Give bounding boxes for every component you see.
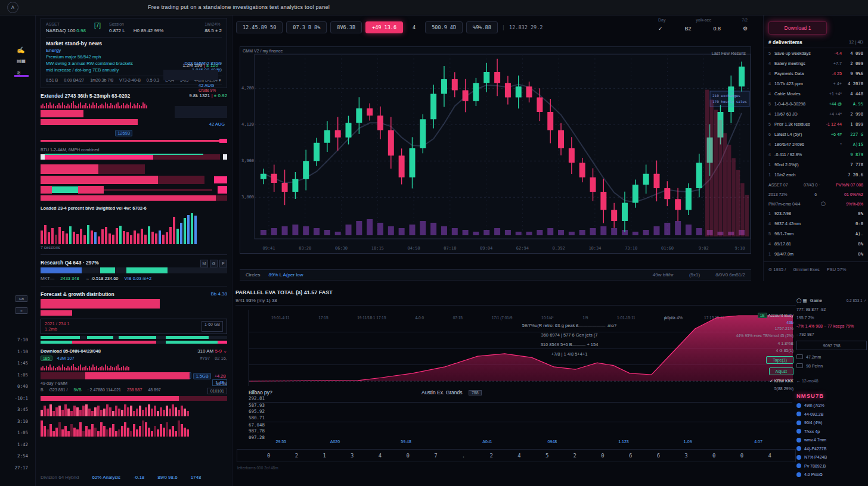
blue-dot-icon	[796, 403, 801, 408]
watchlist-row[interactable]: 5Save-up weekdays-4.44 098	[764, 48, 868, 58]
pink-row-mid: 6	[814, 192, 817, 197]
row-box[interactable]: 010101	[207, 388, 227, 394]
row-name: 90nd 2.0%(i)	[774, 162, 818, 167]
list-item[interactable]: 7/xxx 4p	[796, 429, 867, 434]
back-link[interactable]: ← 12-mo48	[796, 379, 867, 383]
toolbar-button[interactable]: %9%.88	[466, 21, 498, 33]
stats-icon[interactable]: ▤▦	[17, 58, 26, 64]
list-item[interactable]: 44)-P4227B	[796, 446, 867, 451]
watchlist-row[interactable]: 4Eatery meetings+7.72 009	[764, 58, 868, 68]
panel-icon[interactable]: GB	[16, 295, 27, 302]
list-item[interactable]: 44-092.2B	[796, 412, 867, 416]
spark-bar	[42, 104, 44, 108]
watchlist-row[interactable]: 6Latest L4 (5yr)+6 4#227 G	[764, 129, 868, 139]
news-row[interactable]: Premium major 56/542 mph	[46, 54, 222, 60]
watchlist-tail-row[interactable]: 1923.7/980%	[764, 208, 868, 219]
watchlist-row[interactable]: 51-0-4-5-0-30298+44 @A.95	[764, 99, 868, 109]
svg-text:3,960: 3,960	[241, 158, 254, 163]
footer-item[interactable]: Division 64 Hybrid	[41, 475, 79, 480]
footer-link[interactable]: 89% L A(per low	[268, 272, 303, 278]
spark-label: 29.55	[276, 440, 287, 444]
blue-dot-icon	[796, 455, 801, 460]
list-item[interactable]: 4.0 Pxxx5	[796, 472, 867, 477]
watchlist-row[interactable]: 410/67 63 JD+4 +4*2 998	[764, 109, 868, 119]
toolbar-button[interactable]: 8V6.3B	[330, 21, 362, 33]
chart-bar	[169, 227, 172, 244]
list-item-label: 90/4 (4%)	[804, 420, 822, 425]
watchlist-pink-row[interactable]: PM/7m-emo 04/4◯9%%-8%	[764, 199, 868, 208]
watchlist-row[interactable]: 5Prior 1.3k residues-1 12 441 899	[764, 119, 868, 129]
list-item[interactable]: Pv 78892.B	[796, 463, 867, 468]
chart-bar	[118, 409, 120, 416]
watchlist-row[interactable]: 4Cable Movies+1 +4*4 448	[764, 89, 868, 99]
footer-item[interactable]: Gimmel Exes	[793, 267, 820, 272]
chart-bar	[154, 426, 156, 437]
toolbar-button[interactable]: 4	[407, 22, 421, 33]
icon-f[interactable]: F	[219, 260, 227, 267]
slider-left-handle[interactable]	[41, 154, 45, 160]
grid-icon[interactable]: ⌗	[16, 307, 27, 314]
toolbar-button[interactable]: 07.3 B 8%	[286, 21, 327, 33]
scribble-icon[interactable]: ✍	[17, 46, 25, 54]
news-link[interactable]: Energy	[46, 48, 222, 53]
watchlist-pink-row[interactable]: 2013 72%601 0%/%2	[764, 189, 868, 199]
footer-item[interactable]: PSU 57%	[827, 267, 847, 272]
watchlist-tail-row[interactable]: 598/1-7mmA).	[764, 229, 868, 239]
icon-g[interactable]: G	[210, 260, 218, 267]
watchlist-row[interactable]: 4Payments Data-4 259 9%6	[764, 68, 868, 79]
slider-right-handle[interactable]	[223, 154, 227, 160]
list-item[interactable]: 49m (7/2%	[796, 403, 867, 408]
circle-grid-icons[interactable]: ◯ ▦	[796, 298, 807, 303]
watchlist-pink-row[interactable]: ASSET 0707/43 0 ·PV%/N 07 008	[764, 180, 868, 189]
tab-item[interactable]: V73-2-40-B	[119, 78, 141, 83]
chart-bar	[46, 409, 49, 416]
tab-item[interactable]: 0.5 0.3	[147, 78, 159, 83]
svg-text:73:10: 73:10	[625, 246, 637, 251]
size-box[interactable]: 1-60 GB	[202, 321, 223, 332]
watchlist-row[interactable]: 190nd 2.0%(i)7 778	[764, 160, 868, 170]
watchlist-tail-row[interactable]: 489/17.810%	[764, 239, 868, 249]
watchlist-row[interactable]: 410/7b 423 ppm+ 4+4 2070	[764, 79, 868, 89]
tape-button[interactable]: Tape(1)	[766, 356, 793, 364]
footer-item[interactable]: 89/0 98.6	[157, 475, 177, 480]
watchlist-tail-row[interactable]: 198/4/7.0m0%	[764, 249, 868, 259]
icon-m[interactable]: M	[200, 260, 208, 267]
download-button[interactable]: Download 1	[768, 21, 827, 35]
tab-item[interactable]: 0.09 B4/27	[64, 78, 84, 83]
small-box[interactable]: 1-4B	[212, 379, 227, 386]
news-input-box[interactable]	[163, 70, 218, 80]
watchlist-tail-row[interactable]: 49837.4 42mm0-0	[764, 219, 868, 229]
footer-item[interactable]: 62% Analysis	[92, 475, 120, 480]
list-item[interactable]: N7% P424B	[796, 455, 867, 460]
bar-strip-1	[41, 403, 227, 416]
watchlist-row[interactable]: 110/n2 each7 20.6	[764, 170, 868, 180]
watchlist-row[interactable]: 4180/6/47 24096*A)15	[764, 139, 868, 149]
footer-item[interactable]: 1748	[191, 475, 202, 480]
watchlist-row[interactable]: 4-0.411 / 92.9%9 879	[764, 149, 868, 160]
footer-item[interactable]: ⊙ 1935 /	[768, 267, 786, 272]
toolbar-button[interactable]: 500.9 4D	[425, 21, 463, 33]
range-slider[interactable]	[41, 154, 227, 160]
tab-item[interactable]: 1m20.3b 7/8	[90, 78, 113, 83]
mini-value-gear-icon[interactable]: ⚙	[743, 26, 748, 32]
spark-bar	[137, 103, 138, 108]
chart-bar	[80, 229, 82, 244]
chevron-up-circle-icon[interactable]: ˄	[7, 2, 18, 13]
toolbar-button[interactable]: 12.45.89 50	[236, 21, 283, 33]
list-item[interactable]: 90/4 (4%)	[796, 420, 867, 425]
depth-bar-4	[41, 195, 227, 201]
bar-segment	[98, 164, 145, 174]
chart-bar	[103, 426, 106, 437]
svg-text:09:04: 09:04	[480, 246, 492, 251]
footer-item[interactable]: -0.18	[134, 475, 144, 480]
list-item[interactable]: wmv.4 7mm	[796, 438, 867, 443]
tab-item[interactable]: 0.51 B	[46, 78, 58, 83]
toolbar-button[interactable]: +49 13.6	[365, 21, 403, 33]
candlestick-chart[interactable]: 4,2804,1203,9603,80009:4103:2006:3010:15…	[240, 47, 751, 253]
row-index: 1	[768, 211, 774, 216]
bordered-value-box[interactable]: 9097 798	[796, 341, 867, 350]
chart-bar	[136, 409, 138, 416]
spark-bar	[92, 102, 94, 108]
adjust-button[interactable]: Adjust	[769, 367, 793, 375]
spark-bar	[73, 101, 74, 108]
